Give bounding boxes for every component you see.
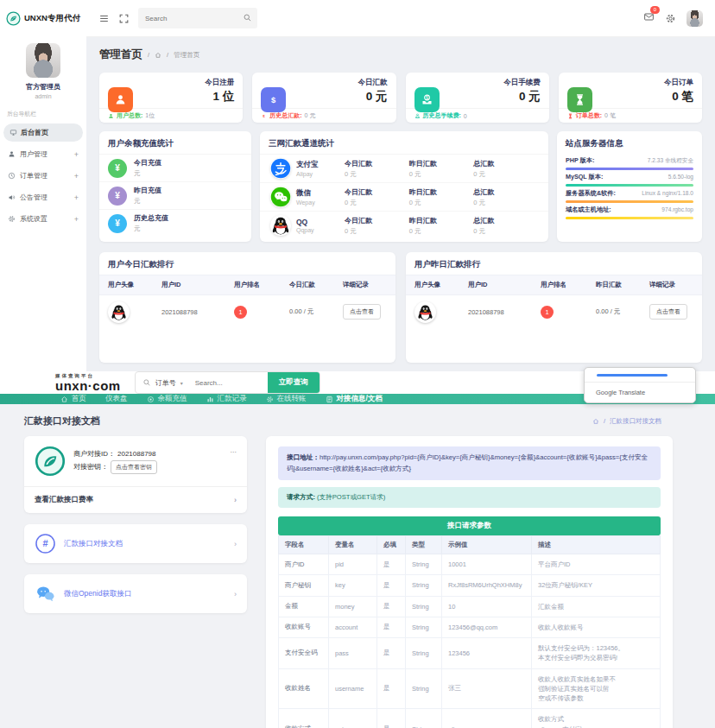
wechat-chat-icon — [35, 583, 56, 605]
sidebar-item-users[interactable]: 用户管理 + — [0, 143, 86, 165]
col-value: 0 元 — [409, 227, 474, 236]
breadcrumb-separator: / — [604, 417, 605, 425]
recharge-row-today: 今日充值 元 — [99, 154, 251, 181]
users-icon — [108, 113, 114, 119]
nav-item-dashboard[interactable]: 仪表盘 — [105, 394, 128, 404]
unxn-brand[interactable]: 媒体查询平台 unxn·com — [55, 373, 121, 392]
nav-label: 对接信息/文档 — [337, 394, 383, 404]
breadcrumb-current: 汇款接口对接文档 — [610, 417, 661, 426]
messages-button[interactable]: 0 — [643, 10, 655, 26]
chevron-down-icon: ▾ — [180, 380, 183, 386]
document-icon — [326, 396, 333, 403]
server-value: 7.2.33 非线程安全 — [648, 157, 693, 165]
yen-icon — [108, 214, 127, 233]
chevron-right-icon: › — [234, 540, 237, 548]
server-label: 域名或主机地址: — [566, 206, 611, 214]
nav-item-home[interactable]: 首页 — [60, 394, 86, 404]
channel-row-alipay: 支付宝 Alipay 今日汇款0 元 昨日汇款0 元 总汇款0 元 — [260, 154, 548, 182]
recharge-stats-card: 用户余额充值统计 今日充值 元 昨日充值 元 — [99, 131, 251, 242]
stat-title: 今日订单 — [559, 73, 702, 88]
menu-card-api-docs[interactable]: 汇款接口对接文档 › — [24, 524, 247, 563]
merchant-id-label: 商户对接ID： — [73, 449, 115, 459]
order-search-input[interactable] — [190, 379, 268, 387]
nav-item-api-docs[interactable]: 对接信息/文档 — [326, 394, 383, 404]
nav-label: 首页 — [72, 394, 86, 404]
param-row-pass: 支付安全码pass是String123456默认支付安全码为：123456。 本… — [279, 638, 661, 669]
middle-cards-row: 用户余额充值统计 今日充值 元 昨日充值 元 — [99, 131, 702, 242]
view-key-button[interactable]: 点击查看密钥 — [111, 460, 157, 474]
hamburger-menu-icon[interactable] — [98, 13, 110, 24]
hash-circle-icon — [35, 533, 56, 554]
nav-item-transfer[interactable]: 在线转账 — [266, 394, 307, 404]
app-logo[interactable]: UNXN专用代付 — [0, 0, 86, 36]
topbar-avatar[interactable] — [687, 10, 703, 27]
col-header: 变量名 — [329, 536, 377, 554]
col-value: 0 元 — [345, 199, 409, 207]
user-icon — [108, 87, 133, 112]
params-title-bar: 接口请求参数 — [278, 516, 661, 535]
chevron-right-icon: › — [234, 496, 237, 504]
api-url-value: http://pay.unxn.com/pay.php?pid={商户ID}&k… — [287, 453, 648, 472]
view-rate-link[interactable]: 查看汇款接口费率 › — [24, 486, 247, 513]
card-title: 三网汇款通道统计 — [260, 131, 548, 154]
nav-item-recharge[interactable]: 余额充值 — [147, 394, 187, 404]
expand-icon[interactable]: + — [74, 150, 79, 159]
dashboard-topbar: 0 — [86, 0, 715, 37]
home-icon — [60, 396, 68, 403]
settings-gear-icon[interactable] — [665, 13, 676, 24]
clock-icon — [8, 172, 16, 180]
sidebar-item-settings[interactable]: 系统设置 + — [0, 208, 86, 230]
menu-card-openid[interactable]: 微信Openid获取接口 › — [24, 574, 247, 613]
channel-row-wechat: 微信 Wepay 今日汇款0 元 昨日汇款0 元 总汇款0 元 — [260, 182, 548, 211]
fullscreen-icon[interactable] — [118, 13, 130, 24]
view-details-button[interactable]: 点击查看 — [343, 304, 381, 320]
server-value: Linux & nginx/1.18.0 — [642, 190, 693, 196]
col-label: 今日汇款 — [345, 216, 409, 225]
col-header: 示例值 — [442, 536, 532, 554]
search-input[interactable] — [138, 8, 257, 28]
home-icon[interactable] — [592, 418, 599, 425]
server-row-mysql: MySQL 版本:5.6.50-log — [557, 170, 702, 187]
col-header: 用户排名 — [234, 281, 289, 289]
home-icon[interactable] — [155, 52, 161, 59]
amount: 0.00 / 元 — [596, 307, 649, 316]
sidebar-item-announcements[interactable]: 公告管理 + — [0, 187, 86, 208]
search-type-select[interactable]: 订单号 ▾ — [155, 378, 190, 388]
server-label: MySQL 版本: — [566, 173, 603, 181]
nav-item-records[interactable]: 汇款记录 — [206, 394, 247, 404]
rate-link-label: 查看汇款接口费率 — [35, 495, 93, 505]
col-label: 今日汇款 — [345, 187, 409, 197]
google-translate-popup[interactable]: Google Translate — [584, 367, 696, 403]
breadcrumb: 管理首页 / / 管理首页 — [99, 47, 702, 62]
gear-icon — [8, 215, 16, 223]
col-value: 0 元 — [473, 170, 538, 179]
server-row-host: 域名或主机地址:974.rgbc.top — [557, 203, 702, 219]
recharge-value: 元 — [134, 225, 168, 233]
channel-sub: Wepay — [296, 199, 315, 206]
sidebar-item-label: 系统设置 — [20, 214, 47, 224]
admin-avatar[interactable] — [26, 43, 60, 78]
merchant-key-label: 对接密钥： — [73, 462, 108, 472]
col-value: 0 元 — [473, 227, 538, 236]
select-value: 订单号 — [155, 378, 176, 388]
sidebar-item-orders[interactable]: 订单管理 + — [0, 165, 86, 187]
col-value: 0 元 — [473, 199, 538, 207]
yen-icon — [108, 187, 127, 206]
divider — [585, 382, 695, 383]
more-button[interactable]: ... — [230, 446, 237, 454]
search-icon[interactable] — [243, 13, 252, 22]
channel-name: 微信 — [296, 188, 315, 199]
expand-icon[interactable]: + — [74, 215, 79, 224]
expand-icon[interactable]: + — [74, 172, 79, 180]
merchant-identity: 商户对接ID： 2021088798 对接密钥： 点击查看密钥 ... — [24, 436, 247, 486]
api-method-box: 请求方式: (支持POST或GET请求) — [278, 487, 661, 508]
expand-icon[interactable]: + — [74, 193, 79, 202]
query-now-button[interactable]: 立即查询 — [268, 372, 320, 393]
view-details-button[interactable]: 点击查看 — [649, 304, 687, 320]
recharge-label: 历史总充值 — [134, 213, 168, 223]
sidebar-item-home[interactable]: 后台首页 — [3, 123, 83, 142]
rank-table-yesterday: 用户昨日汇款排行 用户头像 用户ID 用户排名 昨日汇款 详细记录 202108… — [406, 252, 702, 363]
stat-card-orders: 今日订单 0 笔 订单总数: 0 笔 — [559, 73, 702, 123]
unxn-logo-icon — [35, 446, 66, 477]
admin-dashboard: UNXN专用代付 官方管理员 admin 后台导航栏 后台首页 用户管理 + 订… — [0, 0, 715, 371]
